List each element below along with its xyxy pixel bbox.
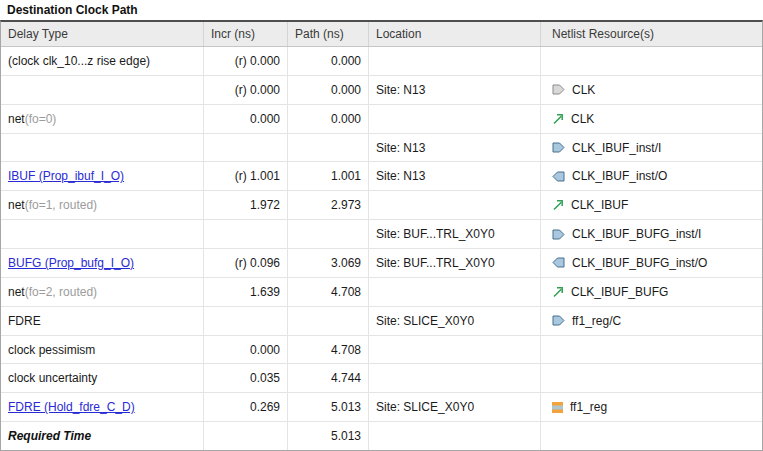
column-header-path-ns[interactable]: Path (ns)	[288, 22, 369, 46]
delay-type-cell: net (fo=2, routed)	[1, 278, 204, 306]
incr-ns-cell: 1.639	[204, 278, 288, 306]
incr-ns-cell: 0.035	[204, 364, 288, 392]
path-ns-cell: 4.708	[288, 278, 369, 306]
column-header-location[interactable]: Location	[369, 22, 541, 46]
delay-type-cell: Required Time	[1, 422, 204, 450]
path-ns-cell: 2.973	[288, 191, 369, 219]
netlist-resource-label[interactable]: CLK_IBUF	[571, 198, 628, 212]
delay-type-label: Required Time	[8, 429, 91, 443]
table-row[interactable]: clock pessimism0.0004.708	[1, 336, 762, 365]
location-cell	[369, 105, 541, 133]
netlist-resource-cell	[541, 336, 762, 364]
path-ns-cell	[288, 220, 369, 248]
delay-type-link[interactable]: BUFG (Prop_bufg_I_O)	[8, 256, 134, 270]
location-cell	[369, 278, 541, 306]
netlist-resource-label[interactable]: CLK	[571, 112, 594, 126]
table-header-row: Delay Type Incr (ns) Path (ns) Location …	[1, 22, 762, 47]
netlist-resource-label[interactable]: CLK	[572, 83, 595, 97]
incr-ns-cell	[204, 220, 288, 248]
delay-type-link[interactable]: FDRE (Hold_fdre_C_D)	[8, 400, 135, 414]
location-cell	[369, 47, 541, 75]
netlist-resource-label[interactable]: ff1_reg/C	[572, 314, 621, 328]
port-input-icon	[552, 84, 565, 95]
path-ns-cell: 5.013	[288, 422, 369, 450]
table-row[interactable]: FDRE (Hold_fdre_C_D)0.2695.013Site: SLIC…	[1, 393, 762, 422]
delay-type-cell: clock pessimism	[1, 336, 204, 364]
table-row[interactable]: Site: N13CLK_IBUF_inst/I	[1, 134, 762, 163]
delay-type-annotation: (fo=1, routed)	[25, 198, 97, 212]
netlist-resource-label[interactable]: CLK_IBUF_BUFG_inst/I	[572, 227, 701, 241]
netlist-resource-cell	[541, 422, 762, 450]
delay-type-annotation: (fo=2, routed)	[25, 285, 97, 299]
table-row[interactable]: Required Time5.013	[1, 422, 762, 450]
section-title: Destination Clock Path	[0, 0, 763, 20]
netlist-resource-label[interactable]: CLK_IBUF_inst/I	[572, 141, 661, 155]
netlist-resource-cell: CLK_IBUF_BUFG_inst/I	[541, 220, 762, 248]
table-row[interactable]: clock uncertainty0.0354.744	[1, 364, 762, 393]
incr-ns-cell	[204, 307, 288, 335]
delay-type-label: clock pessimism	[8, 343, 95, 357]
table-row[interactable]: net (fo=0)0.0000.000CLK	[1, 105, 762, 134]
delay-type-label: net	[8, 285, 25, 299]
path-ns-cell: 0.000	[288, 47, 369, 75]
delay-type-label: net	[8, 112, 25, 126]
delay-type-annotation: (fo=0)	[25, 112, 57, 126]
delay-type-cell: FDRE	[1, 307, 204, 335]
netlist-resource-label[interactable]: CLK_IBUF_BUFG_inst/O	[572, 256, 707, 270]
pin-input-icon	[552, 315, 565, 326]
incr-ns-cell: (r) 0.000	[204, 76, 288, 104]
delay-type-label: net	[8, 198, 25, 212]
destination-clock-path-table: Delay Type Incr (ns) Path (ns) Location …	[0, 20, 763, 451]
location-cell	[369, 422, 541, 450]
netlist-resource-label[interactable]: CLK_IBUF_BUFG	[571, 285, 668, 299]
delay-type-cell: clock uncertainty	[1, 364, 204, 392]
table-row[interactable]: net (fo=1, routed)1.9722.973CLK_IBUF	[1, 191, 762, 220]
table-row[interactable]: IBUF (Prop_ibuf_I_O)(r) 1.0011.001Site: …	[1, 162, 762, 191]
delay-type-cell: (clock clk_10...z rise edge)	[1, 47, 204, 75]
incr-ns-cell: 0.000	[204, 336, 288, 364]
delay-type-cell	[1, 220, 204, 248]
location-cell: Site: SLICE_X0Y0	[369, 307, 541, 335]
incr-ns-cell: (r) 1.001	[204, 162, 288, 190]
delay-type-cell	[1, 134, 204, 162]
path-ns-cell: 0.000	[288, 105, 369, 133]
delay-type-cell: BUFG (Prop_bufg_I_O)	[1, 249, 204, 277]
path-ns-cell: 4.708	[288, 336, 369, 364]
table-row[interactable]: Site: BUF...TRL_X0Y0CLK_IBUF_BUFG_inst/I	[1, 220, 762, 249]
delay-type-cell: FDRE (Hold_fdre_C_D)	[1, 393, 204, 421]
pin-output-icon	[552, 171, 565, 182]
path-ns-cell: 4.744	[288, 364, 369, 392]
net-icon	[552, 286, 564, 298]
netlist-resource-cell	[541, 47, 762, 75]
incr-ns-cell: 1.972	[204, 191, 288, 219]
delay-type-label: clock uncertainty	[8, 371, 97, 385]
path-ns-cell: 5.013	[288, 393, 369, 421]
pin-output-icon	[552, 257, 565, 268]
location-cell: Site: N13	[369, 162, 541, 190]
delay-type-label: (clock clk_10...z rise edge)	[8, 54, 150, 68]
timing-report-panel: Destination Clock Path Delay Type Incr (…	[0, 0, 763, 451]
delay-type-cell: net (fo=0)	[1, 105, 204, 133]
location-cell: Site: SLICE_X0Y0	[369, 393, 541, 421]
netlist-resource-cell	[541, 364, 762, 392]
location-cell: Site: BUF...TRL_X0Y0	[369, 249, 541, 277]
table-row[interactable]: FDRESite: SLICE_X0Y0ff1_reg/C	[1, 307, 762, 336]
column-header-netlist-resources[interactable]: Netlist Resource(s)	[541, 22, 762, 46]
netlist-resource-cell: CLK_IBUF_BUFG	[541, 278, 762, 306]
table-row[interactable]: (clock clk_10...z rise edge)(r) 0.0000.0…	[1, 47, 762, 76]
table-row[interactable]: net (fo=2, routed)1.6394.708CLK_IBUF_BUF…	[1, 278, 762, 307]
incr-ns-cell: (r) 0.000	[204, 47, 288, 75]
table-row[interactable]: (r) 0.0000.000Site: N13CLK	[1, 76, 762, 105]
location-cell	[369, 336, 541, 364]
location-cell: Site: N13	[369, 134, 541, 162]
netlist-resource-cell: CLK_IBUF	[541, 191, 762, 219]
netlist-resource-cell: ff1_reg/C	[541, 307, 762, 335]
delay-type-label: FDRE	[8, 314, 41, 328]
netlist-resource-label[interactable]: ff1_reg	[570, 400, 607, 414]
column-header-incr-ns[interactable]: Incr (ns)	[204, 22, 288, 46]
delay-type-link[interactable]: IBUF (Prop_ibuf_I_O)	[8, 169, 124, 183]
table-row[interactable]: BUFG (Prop_bufg_I_O)(r) 0.0963.069Site: …	[1, 249, 762, 278]
incr-ns-cell: 0.269	[204, 393, 288, 421]
netlist-resource-label[interactable]: CLK_IBUF_inst/O	[572, 169, 667, 183]
column-header-delay-type[interactable]: Delay Type	[1, 22, 204, 46]
